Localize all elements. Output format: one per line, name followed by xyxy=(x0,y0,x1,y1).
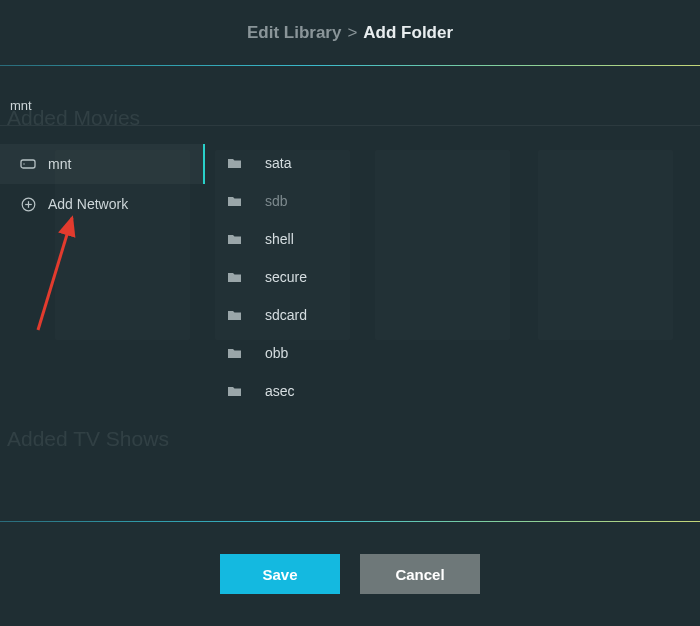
folder-item[interactable]: shell xyxy=(205,220,700,258)
breadcrumb: Edit Library > Add Folder xyxy=(0,0,700,65)
folder-icon xyxy=(227,157,249,169)
svg-rect-0 xyxy=(21,160,35,168)
add-circle-icon xyxy=(18,197,38,212)
folder-item[interactable]: sdcard xyxy=(205,296,700,334)
svg-point-1 xyxy=(23,163,24,164)
path-text: mnt xyxy=(10,98,32,113)
sidebar-item-mnt[interactable]: mnt xyxy=(0,144,205,184)
source-list: mnt Add Network xyxy=(0,126,205,504)
cancel-button[interactable]: Cancel xyxy=(360,554,480,594)
breadcrumb-parent[interactable]: Edit Library xyxy=(247,23,341,43)
folder-item[interactable]: sdb xyxy=(205,182,700,220)
sidebar-item-label: mnt xyxy=(48,156,71,172)
folder-icon xyxy=(227,347,249,359)
folder-item[interactable]: sata xyxy=(205,144,700,182)
folder-label: asec xyxy=(265,383,295,399)
sidebar-item-add-network[interactable]: Add Network xyxy=(0,184,205,224)
folder-list: sata sdb shell secure sdcard xyxy=(205,126,700,504)
folder-icon xyxy=(227,233,249,245)
folder-label: secure xyxy=(265,269,307,285)
folder-label: sdb xyxy=(265,193,288,209)
folder-icon xyxy=(227,385,249,397)
drive-icon xyxy=(18,157,38,171)
folder-icon xyxy=(227,195,249,207)
sidebar-item-label: Add Network xyxy=(48,196,128,212)
breadcrumb-separator: > xyxy=(347,23,357,43)
save-button[interactable]: Save xyxy=(220,554,340,594)
folder-browser: mnt Add Network sata sdb xyxy=(0,126,700,504)
path-input[interactable]: mnt xyxy=(0,66,700,126)
folder-label: shell xyxy=(265,231,294,247)
folder-item[interactable]: obb xyxy=(205,334,700,372)
folder-item[interactable]: secure xyxy=(205,258,700,296)
folder-icon xyxy=(227,271,249,283)
folder-label: sata xyxy=(265,155,291,171)
footer-actions: Save Cancel xyxy=(0,522,700,626)
folder-icon xyxy=(227,309,249,321)
breadcrumb-current: Add Folder xyxy=(363,23,453,43)
folder-item[interactable]: asec xyxy=(205,372,700,410)
folder-label: sdcard xyxy=(265,307,307,323)
folder-label: obb xyxy=(265,345,288,361)
